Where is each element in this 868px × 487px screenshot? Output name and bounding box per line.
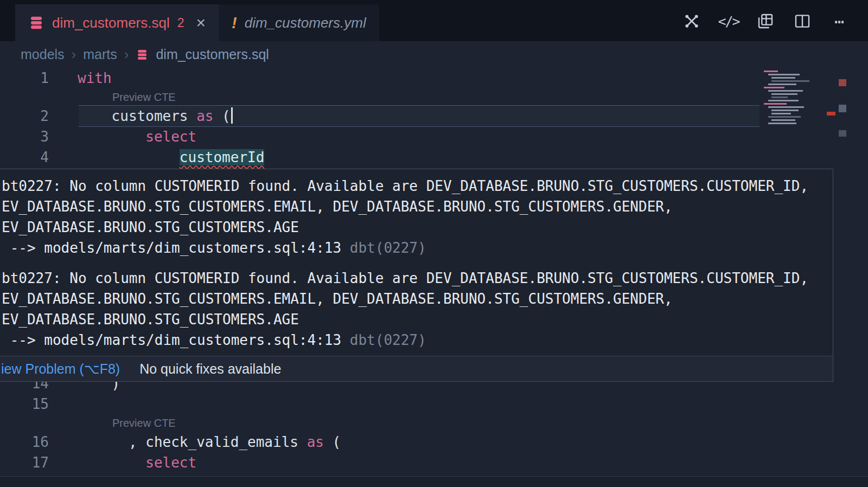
error-messages: bt0227: No column CUSTOMERID found. Avai…	[0, 169, 833, 356]
code-text: select	[49, 126, 196, 147]
codelens-preview-cte[interactable]: Preview CTE	[0, 414, 868, 432]
warning-icon: !	[232, 14, 237, 32]
tab-dim-customers-sql[interactable]: dim_customers.sql 2 ×	[15, 4, 219, 41]
editor-top-lines: 1withPreview CTE2 customers as (3 select…	[0, 68, 868, 168]
error-message-line: EV_DATABASE.BRUNO.STG_CUSTOMERS.EMAIL, D…	[2, 289, 831, 309]
more-actions-icon[interactable]: ⋯	[830, 12, 848, 30]
dbt-icon[interactable]	[682, 12, 701, 30]
error-message: bt0227: No column CUSTOMERID found. Avai…	[2, 176, 831, 258]
code-text: , check_valid_emails as (	[49, 432, 341, 452]
code-text: customerId	[49, 147, 264, 168]
line-number: 16	[0, 432, 49, 452]
tab-label: dim_customers.sql	[52, 15, 170, 31]
code-line-15[interactable]: 15	[0, 394, 868, 414]
error-location-line: --> models/marts/dim_customers.sql:4:13 …	[2, 238, 831, 258]
code-text: customers as (	[49, 106, 233, 126]
code-line-2[interactable]: 2 customers as (	[0, 106, 868, 126]
dbt-model-icon	[136, 47, 149, 61]
error-message-line: bt0227: No column CUSTOMERID found. Avai…	[2, 176, 831, 196]
line-number: 1	[0, 68, 49, 88]
hover-footer: iew Problem (⌥F8) No quick fixes availab…	[0, 356, 833, 381]
line-number: 15	[0, 394, 49, 414]
close-icon[interactable]: ×	[196, 15, 206, 31]
error-message-line: EV_DATABASE.BRUNO.STG_CUSTOMERS.EMAIL, D…	[2, 196, 831, 217]
line-number: 2	[0, 106, 49, 126]
chevron-right-icon: ›	[124, 46, 129, 63]
code-preview-icon[interactable]: </>	[719, 12, 738, 30]
breadcrumb-marts[interactable]: marts	[83, 47, 117, 62]
code-line-4[interactable]: 4 customerId	[0, 147, 868, 168]
tab-dim-customers-yml[interactable]: ! dim_customers.yml	[219, 4, 379, 41]
error-message-line: bt0227: No column CUSTOMERID found. Avai…	[2, 268, 831, 289]
breadcrumb-models[interactable]: models	[21, 47, 65, 62]
error-location-line: --> models/marts/dim_customers.sql:4:13 …	[2, 330, 831, 350]
text-cursor	[231, 107, 233, 124]
tab-label: dim_customers.yml	[245, 15, 366, 31]
tab-bar: dim_customers.sql 2 × ! dim_customers.ym…	[0, 0, 868, 41]
minimap[interactable]	[761, 69, 839, 128]
split-editor-icon[interactable]	[793, 12, 812, 30]
modified-count-badge: 2	[177, 16, 184, 30]
breadcrumb-file[interactable]: dim_customers.sql	[156, 47, 269, 62]
bottom-divider	[0, 476, 868, 487]
error-code: dbt(0227)	[350, 332, 426, 348]
error-message: bt0227: No column CUSTOMERID found. Avai…	[2, 268, 831, 350]
breadcrumb: models › marts › dim_customers.sql	[0, 41, 868, 67]
line-number: 17	[0, 452, 49, 473]
editor-bottom-lines: 14 )15Preview CTE16 , check_valid_emails…	[0, 373, 868, 473]
view-problem-link[interactable]: iew Problem (⌥F8)	[1, 361, 120, 377]
query-results-icon[interactable]	[756, 12, 775, 30]
chevron-right-icon: ›	[72, 46, 76, 63]
error-message-line: EV_DATABASE.BRUNO.STG_CUSTOMERS.AGE	[2, 309, 831, 330]
code-text: select	[49, 452, 196, 473]
code-text	[49, 394, 78, 414]
error-message-line: EV_DATABASE.BRUNO.STG_CUSTOMERS.AGE	[2, 217, 831, 238]
line-number: 4	[0, 147, 49, 168]
code-text: with	[49, 68, 112, 88]
codelens-preview-cte[interactable]: Preview CTE	[0, 88, 868, 106]
code-line-17[interactable]: 17 select	[0, 452, 868, 473]
overview-ruler-error-mark	[839, 79, 846, 86]
error-code: dbt(0227)	[350, 240, 426, 256]
code-line-16[interactable]: 16 , check_valid_emails as (	[0, 432, 868, 452]
error-hover-popup: bt0227: No column CUSTOMERID found. Avai…	[0, 169, 833, 382]
error-location-link[interactable]: --> models/marts/dim_customers.sql:4:13	[2, 332, 350, 348]
editor-actions: </> ⋯	[682, 12, 848, 30]
dbt-model-icon	[28, 15, 44, 31]
no-quick-fixes-label: No quick fixes available	[139, 361, 281, 377]
overview-ruler-mark	[839, 130, 846, 137]
code-line-1[interactable]: 1with	[0, 68, 868, 88]
line-number: 3	[0, 126, 49, 147]
overview-ruler-mark	[839, 105, 846, 112]
error-location-link[interactable]: --> models/marts/dim_customers.sql:4:13	[2, 240, 350, 256]
code-line-3[interactable]: 3 select	[0, 126, 868, 147]
